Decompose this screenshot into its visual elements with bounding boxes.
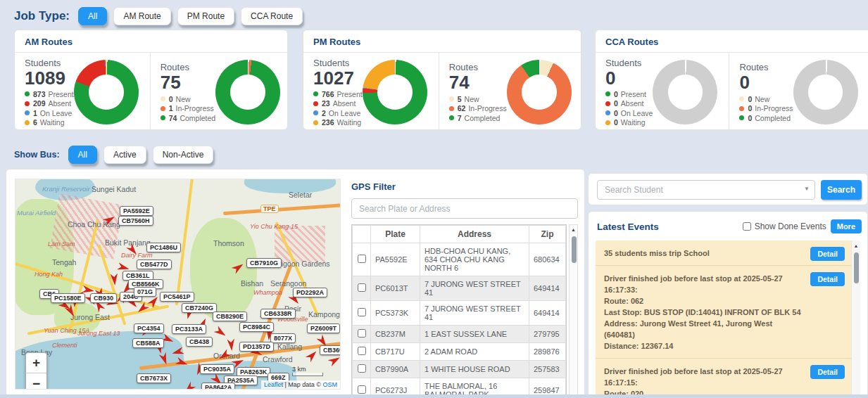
gps-filter-section: GPS Filter Plate Address Zip PA5592EHDB-… — [351, 178, 578, 219]
event-detail-button[interactable]: Detail — [810, 272, 845, 286]
bus-plate-label[interactable]: PC3133A — [172, 324, 206, 334]
panel-title: CCA Routes — [596, 30, 868, 53]
job-type-cca-route-button[interactable]: CCA Route — [241, 7, 303, 25]
event-text: Address: Jurong West Street 41, Jurong W… — [604, 318, 805, 340]
event-card: Driver finished job before last stop at … — [596, 359, 860, 398]
osm-link[interactable]: OSM — [322, 381, 337, 388]
table-row[interactable]: CB7990A1 WHITE HOUSE ROAD257583 — [353, 361, 566, 378]
gps-table-scrollbar[interactable]: ▲ ▼ — [569, 224, 578, 398]
present-dot — [313, 91, 318, 96]
show-bus-filter: Show Bus: All Active Non-Active — [14, 146, 220, 164]
leaflet-link[interactable]: Leaflet — [264, 381, 283, 388]
scroll-up-icon[interactable]: ▲ — [852, 242, 860, 250]
bus-plate-label[interactable]: PD1357D — [239, 342, 274, 352]
in-progress-dot — [161, 106, 165, 111]
table-row[interactable]: PA5592EHDB-CHOA CHU KANG, 634 CHOA CHU K… — [353, 243, 566, 276]
show-bus-non-active-button[interactable]: Non-Active — [153, 146, 214, 164]
zip-cell: 649414 — [529, 276, 566, 301]
zip-cell: 279795 — [529, 326, 566, 343]
bus-plate-label[interactable]: PZ6009T — [307, 323, 340, 333]
in-progress-dot — [739, 106, 744, 111]
bus-plate-label[interactable]: PC8984C — [239, 322, 274, 332]
table-row[interactable]: CB237M1 EAST SUSSEX LANE279795 — [353, 326, 566, 343]
bus-plate-label[interactable]: CB369R — [320, 345, 341, 355]
bus-plate-label[interactable]: PC9035A — [200, 364, 234, 374]
bus-plate-label[interactable]: CB438 — [186, 337, 213, 347]
bus-plate-label[interactable]: 071G — [134, 287, 156, 297]
map[interactable]: Sungei KadutKranji ReservoirMurai Airfie… — [15, 179, 341, 390]
bus-plate-label[interactable]: CB8290E — [213, 312, 247, 321]
bus-plate-label[interactable]: CB7240G — [182, 303, 217, 313]
show-bus-active-button[interactable]: Active — [103, 146, 146, 164]
bus-marker-icon[interactable] — [213, 324, 229, 340]
plate-cell: CB717U — [371, 343, 420, 361]
scrollbar-thumb[interactable] — [572, 236, 577, 263]
bus-plate-label[interactable]: 8077X — [270, 333, 296, 343]
row-checkbox[interactable] — [358, 308, 366, 316]
gps-filter-title: GPS Filter — [351, 181, 578, 192]
gps-search-input[interactable] — [351, 198, 578, 219]
zip-column-header: Zip — [529, 226, 566, 243]
bus-plate-label[interactable]: PA5592E — [120, 206, 153, 216]
bus-plate-label[interactable]: PC1486U — [146, 243, 181, 252]
routes-label: Routes — [739, 62, 793, 72]
absent-dot — [25, 101, 30, 106]
bus-plate-label[interactable]: CB930 — [90, 293, 117, 303]
bus-plate-label[interactable]: PC4354 — [134, 323, 164, 333]
bus-plate-label[interactable]: CB7560H — [118, 216, 153, 226]
bus-plate-label[interactable]: PD2292A — [293, 288, 327, 297]
students-total: 1089 — [25, 68, 74, 89]
map-place-label: Clementi — [52, 342, 77, 349]
bus-plate-label[interactable]: CB7910G — [246, 258, 282, 268]
table-row[interactable]: PC6013T7 JURONG WEST STREET 41649414 — [353, 276, 566, 301]
event-detail-button[interactable]: Detail — [810, 365, 845, 379]
zoom-out-button[interactable]: − — [26, 373, 46, 390]
map-place-label: Serangoon — [270, 279, 306, 288]
panel-title: PM Routes — [303, 30, 581, 53]
scroll-up-icon[interactable]: ▲ — [570, 226, 577, 233]
table-row[interactable]: PC5373K7 JURONG WEST STREET 41649414 — [353, 301, 566, 326]
plate-cell: PA5592E — [371, 243, 420, 276]
completed-dot — [161, 115, 165, 120]
event-detail-button[interactable]: Detail — [810, 247, 845, 261]
bus-plate-label[interactable]: PC5461P — [160, 292, 194, 302]
bus-plate-label[interactable]: CB6338R — [260, 309, 296, 319]
search-button[interactable]: Search — [821, 180, 862, 200]
row-checkbox[interactable] — [358, 347, 366, 355]
row-checkbox[interactable] — [358, 283, 366, 292]
show-done-events-checkbox[interactable] — [743, 222, 751, 231]
bus-plate-label[interactable]: CB5477D — [137, 259, 172, 269]
map-place-label: Thomson — [213, 239, 244, 248]
events-scrollbar[interactable]: ▲ ▼ — [851, 240, 860, 398]
plate-cell: PC6013T — [371, 276, 420, 301]
bus-plate-label[interactable]: CB588A — [132, 338, 164, 348]
gps-table-body: PA5592EHDB-CHOA CHU KANG, 634 CHOA CHU K… — [353, 243, 566, 398]
table-row[interactable]: CB717U2 ADAM ROAD289876 — [353, 343, 566, 361]
row-checkbox[interactable] — [358, 329, 366, 338]
bus-plate-label[interactable]: CB7673X — [137, 373, 171, 383]
job-type-all-button[interactable]: All — [78, 7, 107, 25]
row-checkbox[interactable] — [358, 364, 366, 373]
waiting-dot — [25, 120, 30, 125]
row-checkbox[interactable] — [358, 255, 366, 263]
scrollbar-thumb[interactable] — [854, 252, 859, 283]
address-cell: 1 EAST SUSSEX LANE — [420, 326, 529, 343]
bus-plate-label[interactable]: PC1580E — [51, 293, 85, 303]
bus-plate-label[interactable]: PA8642A — [201, 383, 235, 390]
row-checkbox[interactable] — [358, 385, 366, 394]
routes-total: 0 — [739, 72, 793, 94]
students-label: Students — [25, 58, 74, 68]
more-button[interactable]: More — [831, 219, 862, 233]
event-text: Driver finished job before last stop at … — [604, 366, 805, 388]
present-dot — [605, 91, 610, 96]
show-bus-all-button[interactable]: All — [68, 146, 97, 164]
map-place-label: Whampoa — [253, 289, 282, 296]
address-cell: HDB-CHOA CHU KANG, 634 CHOA CHU KANG NOR… — [420, 243, 529, 276]
job-type-am-route-button[interactable]: AM Route — [113, 7, 170, 25]
zoom-in-button[interactable]: + — [26, 353, 46, 373]
bus-marker-icon[interactable] — [225, 338, 237, 351]
student-search-input[interactable] — [597, 180, 815, 200]
bus-marker-icon[interactable] — [304, 347, 320, 364]
job-type-pm-route-button[interactable]: PM Route — [177, 7, 234, 25]
address-cell: 2 ADAM ROAD — [420, 343, 529, 361]
